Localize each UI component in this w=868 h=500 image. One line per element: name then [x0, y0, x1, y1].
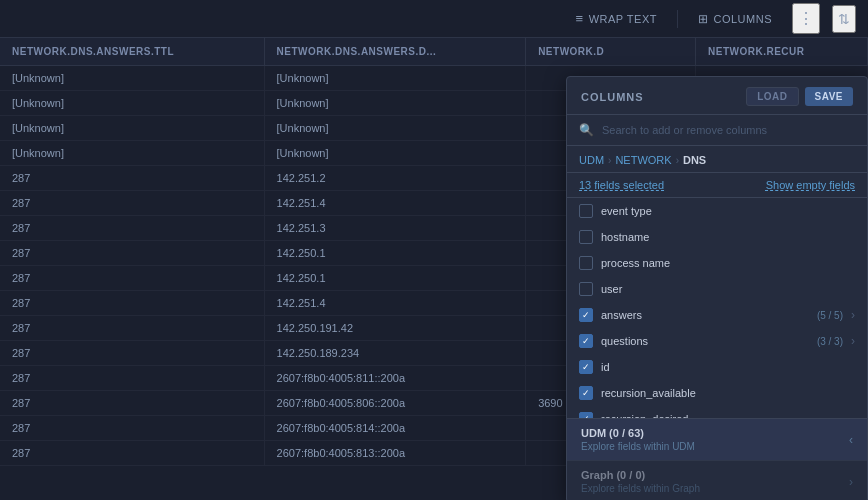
- search-icon: 🔍: [579, 123, 594, 137]
- load-button[interactable]: LOAD: [746, 87, 798, 106]
- table-cell: [Unknown]: [0, 116, 264, 141]
- columns-panel-header: COLUMNS LOAD SAVE: [567, 77, 867, 115]
- group-info: UDM (0 / 63) Explore fields within UDM: [581, 427, 695, 452]
- table-cell: 287: [0, 166, 264, 191]
- breadcrumb-sep-2: ›: [676, 155, 679, 166]
- field-count: (5 / 5): [817, 310, 843, 321]
- table-cell: [Unknown]: [264, 141, 526, 166]
- table-header-row: NETWORK.DNS.ANSWERS.TTL NETWORK.DNS.ANSW…: [0, 38, 868, 66]
- fields-count[interactable]: 13 fields selected: [579, 179, 664, 191]
- show-empty-fields[interactable]: Show empty fields: [766, 179, 855, 191]
- table-cell: 142.251.2: [264, 166, 526, 191]
- field-item-checked[interactable]: questions (3 / 3)›: [567, 328, 867, 354]
- table-cell: 287: [0, 441, 264, 466]
- field-item-checked[interactable]: recursion_available: [567, 380, 867, 406]
- separator-1: [677, 10, 678, 28]
- table-cell: [Unknown]: [0, 66, 264, 91]
- search-box: 🔍: [567, 115, 867, 146]
- columns-icon: ⊞: [698, 12, 709, 26]
- field-checkbox[interactable]: [579, 308, 593, 322]
- table-cell: 142.250.189.234: [264, 341, 526, 366]
- group-item[interactable]: Graph (0 / 0) Explore fields within Grap…: [567, 460, 867, 500]
- breadcrumb-udm[interactable]: UDM: [579, 154, 604, 166]
- field-expand-icon[interactable]: ›: [851, 334, 855, 348]
- field-name: recursion_available: [601, 387, 855, 399]
- wrap-text-label: WRAP TEXT: [589, 13, 657, 25]
- field-checkbox[interactable]: [579, 204, 593, 218]
- field-expand-icon[interactable]: ›: [851, 308, 855, 322]
- columns-button[interactable]: ⊞ COLUMNS: [690, 8, 780, 30]
- field-name: recursion_desired: [601, 413, 855, 418]
- chevron-icon: ‹: [849, 433, 853, 447]
- table-cell: 2607:f8b0:4005:806::200a: [264, 391, 526, 416]
- field-item-checked[interactable]: answers (5 / 5)›: [567, 302, 867, 328]
- wrap-text-button[interactable]: ≡ WRAP TEXT: [568, 7, 665, 30]
- table-cell: [Unknown]: [264, 116, 526, 141]
- columns-action-buttons: LOAD SAVE: [746, 87, 853, 106]
- field-name: event type: [601, 205, 855, 217]
- field-item-checked[interactable]: id: [567, 354, 867, 380]
- field-name: hostname: [601, 231, 855, 243]
- sort-arrows-button[interactable]: ⇅: [832, 5, 856, 33]
- group-info: Graph (0 / 0) Explore fields within Grap…: [581, 469, 700, 494]
- table-cell: 142.250.191.42: [264, 316, 526, 341]
- col-header-network: NETWORK.D: [526, 38, 696, 66]
- table-cell: [Unknown]: [264, 66, 526, 91]
- table-cell: 287: [0, 391, 264, 416]
- chevron-icon: ›: [849, 475, 853, 489]
- field-checkbox[interactable]: [579, 334, 593, 348]
- field-checkbox[interactable]: [579, 412, 593, 418]
- field-name: answers: [601, 309, 809, 321]
- table-cell: 287: [0, 291, 264, 316]
- more-options-button[interactable]: ⋮: [792, 3, 820, 34]
- fields-list: event type hostname process name user an…: [567, 198, 867, 418]
- field-checkbox[interactable]: [579, 386, 593, 400]
- breadcrumb: UDM › NETWORK › DNS: [567, 146, 867, 173]
- table-cell: 2607:f8b0:4005:811::200a: [264, 366, 526, 391]
- group-item[interactable]: UDM (0 / 63) Explore fields within UDM ‹: [567, 418, 867, 460]
- field-checkbox[interactable]: [579, 282, 593, 296]
- group-sub: Explore fields within UDM: [581, 441, 695, 452]
- table-cell: 2607:f8b0:4005:813::200a: [264, 441, 526, 466]
- group-name: UDM (0 / 63): [581, 427, 695, 439]
- table-cell: 2607:f8b0:4005:814::200a: [264, 416, 526, 441]
- columns-panel: COLUMNS LOAD SAVE 🔍 UDM › NETWORK › DNS …: [566, 76, 868, 500]
- table-cell: 142.251.3: [264, 216, 526, 241]
- group-sub: Explore fields within Graph: [581, 483, 700, 494]
- col-header-d: NETWORK.DNS.ANSWERS.D...: [264, 38, 526, 66]
- breadcrumb-sep-1: ›: [608, 155, 611, 166]
- field-item-checked[interactable]: recursion_desired: [567, 406, 867, 418]
- columns-panel-title: COLUMNS: [581, 91, 644, 103]
- save-button[interactable]: SAVE: [805, 87, 854, 106]
- field-name: process name: [601, 257, 855, 269]
- table-cell: 287: [0, 366, 264, 391]
- table-cell: 287: [0, 266, 264, 291]
- field-name: id: [601, 361, 855, 373]
- field-count: (3 / 3): [817, 336, 843, 347]
- search-input[interactable]: [602, 124, 855, 136]
- field-item-unchecked[interactable]: event type: [567, 198, 867, 224]
- fields-summary: 13 fields selected Show empty fields: [567, 173, 867, 198]
- wrap-text-icon: ≡: [576, 11, 584, 26]
- field-item-unchecked[interactable]: hostname: [567, 224, 867, 250]
- table-cell: [Unknown]: [0, 91, 264, 116]
- field-checkbox[interactable]: [579, 256, 593, 270]
- table-cell: 287: [0, 341, 264, 366]
- table-cell: 142.250.1: [264, 266, 526, 291]
- breadcrumb-dns: DNS: [683, 154, 706, 166]
- field-item-unchecked[interactable]: user: [567, 276, 867, 302]
- table-cell: 142.250.1: [264, 241, 526, 266]
- field-item-unchecked[interactable]: process name: [567, 250, 867, 276]
- table-cell: [Unknown]: [264, 91, 526, 116]
- table-cell: [Unknown]: [0, 141, 264, 166]
- col-header-recur: NETWORK.RECUR: [695, 38, 867, 66]
- table-cell: 287: [0, 241, 264, 266]
- breadcrumb-network[interactable]: NETWORK: [615, 154, 671, 166]
- field-checkbox[interactable]: [579, 230, 593, 244]
- columns-label: COLUMNS: [713, 13, 772, 25]
- field-name: user: [601, 283, 855, 295]
- table-cell: 287: [0, 416, 264, 441]
- group-name: Graph (0 / 0): [581, 469, 700, 481]
- field-checkbox[interactable]: [579, 360, 593, 374]
- table-container: NETWORK.DNS.ANSWERS.TTL NETWORK.DNS.ANSW…: [0, 38, 868, 500]
